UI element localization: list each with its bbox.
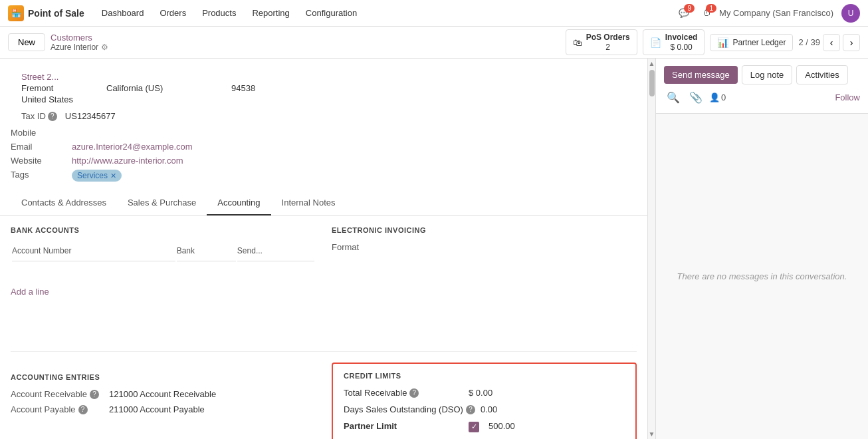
mobile-value [72, 128, 637, 138]
tab-accounting[interactable]: Accounting [207, 191, 271, 216]
country-value: United States [21, 94, 101, 104]
payable-label: Account Payable ? [11, 404, 104, 414]
invoiced-info: Invoiced $ 0.00 [665, 33, 698, 52]
search-chatter-button[interactable]: 🔍 [664, 88, 683, 106]
prev-button[interactable]: ‹ [823, 34, 840, 51]
tab-internal-notes[interactable]: Internal Notes [271, 191, 346, 216]
user-avatar[interactable]: U [841, 4, 860, 23]
col-send: Send... [237, 243, 314, 261]
logo-icon: 🏪 [8, 5, 24, 21]
app-logo[interactable]: 🏪 Point of Sale [8, 5, 84, 21]
customer-form: Street 2... Fremont California (US) 9453… [0, 59, 647, 439]
tab-contacts[interactable]: Contacts & Addresses [11, 191, 117, 216]
tags-container: Services ✕ [72, 170, 637, 182]
dso-help[interactable]: ? [466, 405, 475, 414]
credit-limits-box: CREDIT LIMITS Total Receivable ? $ 0.00 [332, 363, 637, 439]
tab-bar: Contacts & Addresses Sales & Purchase Ac… [0, 191, 647, 216]
log-note-button[interactable]: Log note [742, 65, 793, 84]
partner-limit-value: 500.00 [488, 421, 515, 431]
scroll-thumb [649, 70, 655, 96]
bank-empty-row [12, 263, 314, 281]
bottom-sections: ACCOUNTING ENTRIES Account Receivable ? … [11, 363, 637, 439]
receivable-row: Account Receivable ? 121000 Account Rece… [11, 389, 316, 399]
breadcrumb-link[interactable]: Customers [51, 33, 108, 43]
scroll-up-btn[interactable]: ▲ [649, 60, 655, 67]
mobile-label: Mobile [11, 128, 64, 138]
clock-button[interactable]: ⏱ 1 [703, 8, 711, 18]
company-name: My Company (San Francisco) [719, 8, 833, 18]
top-navigation: 🏪 Point of Sale Dashboard Orders Product… [0, 0, 868, 27]
partner-limit-checkbox[interactable]: ✓ [469, 422, 479, 432]
gear-icon[interactable]: ⚙ [101, 43, 108, 52]
users-icon: 👤 [709, 92, 720, 102]
tag-label: Services [77, 171, 108, 180]
nav-products[interactable]: Products [195, 4, 243, 22]
email-label: Email [11, 142, 64, 152]
pos-orders-info: PoS Orders 2 [586, 33, 630, 52]
nav-reporting[interactable]: Reporting [245, 4, 296, 22]
invoiced-button[interactable]: 📄 Invoiced $ 0.00 [643, 29, 705, 55]
dso-row: Days Sales Outstanding (DSO) ? 0.00 [344, 404, 625, 414]
city-value: Fremont [21, 83, 101, 93]
invoice-icon: 📄 [650, 37, 661, 48]
activities-button[interactable]: Activities [796, 65, 847, 84]
receivable-help[interactable]: ? [90, 390, 99, 399]
section-divider [11, 351, 637, 352]
chatter-actions: Send message Log note Activities 🔍 📎 👤 0… [656, 59, 868, 114]
pos-orders-button[interactable]: 🛍 PoS Orders 2 [566, 29, 637, 55]
scroll-down-btn[interactable]: ▼ [649, 430, 655, 438]
partner-limit-row: Partner Limit ✓ 500.00 [344, 421, 625, 432]
receivable-label: Account Receivable ? [11, 389, 104, 399]
notification-badge: 9 [684, 4, 695, 13]
electronic-invoicing-title: ELECTRONIC INVOICING [332, 226, 637, 234]
total-receivable-help[interactable]: ? [409, 388, 419, 398]
app-name: Point of Sale [28, 8, 84, 19]
credit-limits-section: CREDIT LIMITS Total Receivable ? $ 0.00 [332, 363, 637, 439]
taxid-help[interactable]: ? [48, 112, 57, 121]
new-button[interactable]: New [8, 33, 45, 51]
taxid-label: Tax ID ? [21, 111, 57, 121]
receivable-value: 121000 Account Receivable [109, 389, 216, 399]
zip-value: 94538 [231, 83, 284, 93]
send-message-button[interactable]: Send message [664, 66, 738, 84]
col-bank: Bank [177, 243, 236, 261]
electronic-invoicing-section: ELECTRONIC INVOICING Format [332, 226, 637, 341]
street-label: Street 2... [21, 72, 101, 82]
follow-button[interactable]: Follow [835, 92, 860, 102]
services-tag: Services ✕ [72, 170, 122, 182]
nav-right: 💬 9 ⏱ 1 My Company (San Francisco) U [679, 4, 860, 23]
accounting-entries-title: ACCOUNTING ENTRIES [11, 373, 316, 381]
format-label: Format [332, 242, 425, 252]
add-bank-line[interactable]: Add a line [11, 283, 49, 301]
action-bar-right: 🛍 PoS Orders 2 📄 Invoiced $ 0.00 📊 Partn… [566, 29, 860, 55]
tab-sales-purchase[interactable]: Sales & Purchase [117, 191, 207, 216]
dso-value: 0.00 [481, 404, 497, 414]
main-layout: Street 2... Fremont California (US) 9453… [0, 59, 868, 439]
nav-dashboard[interactable]: Dashboard [95, 4, 151, 22]
pagination: 2 / 39 ‹ › [798, 34, 860, 51]
payable-help[interactable]: ? [78, 405, 88, 414]
customer-name: Azure Interior [51, 43, 98, 52]
partner-limit-label: Partner Limit [344, 421, 463, 431]
website-value[interactable]: http://www.azure-interior.com [72, 156, 637, 166]
credit-limits-title: CREDIT LIMITS [344, 372, 625, 380]
tag-remove[interactable]: ✕ [110, 172, 116, 180]
nav-orders[interactable]: Orders [153, 4, 193, 22]
user-count-badge: 👤 0 [709, 92, 726, 102]
partner-ledger-button[interactable]: 📊 Partner Ledger [710, 34, 793, 51]
total-receivable-label: Total Receivable ? [344, 388, 463, 398]
top-sections: BANK ACCOUNTS Account Number Bank Send..… [11, 226, 637, 341]
nav-configuration[interactable]: Configuration [299, 4, 364, 22]
accounting-tab-content: BANK ACCOUNTS Account Number Bank Send..… [0, 216, 647, 439]
contact-info: Mobile Email azure.Interior24@example.co… [0, 125, 647, 184]
total-receivable-row: Total Receivable ? $ 0.00 [344, 388, 625, 398]
attach-button[interactable]: 📎 [687, 88, 705, 106]
next-button[interactable]: › [843, 34, 860, 51]
chatter-panel: Send message Log note Activities 🔍 📎 👤 0… [655, 59, 868, 439]
bank-accounts-table: Account Number Bank Send... [11, 242, 316, 283]
form-content: Street 2... Fremont California (US) 9453… [0, 59, 647, 439]
email-value[interactable]: azure.Interior24@example.com [72, 142, 637, 152]
total-receivable-value: $ 0.00 [469, 388, 492, 398]
breadcrumb-sub: Azure Interior ⚙ [51, 43, 108, 52]
notifications-button[interactable]: 💬 9 [679, 8, 689, 18]
